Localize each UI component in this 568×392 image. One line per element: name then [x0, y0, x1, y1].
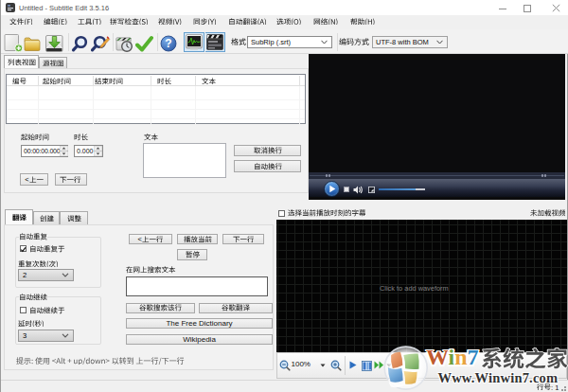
- svg-text:?: ?: [165, 37, 171, 50]
